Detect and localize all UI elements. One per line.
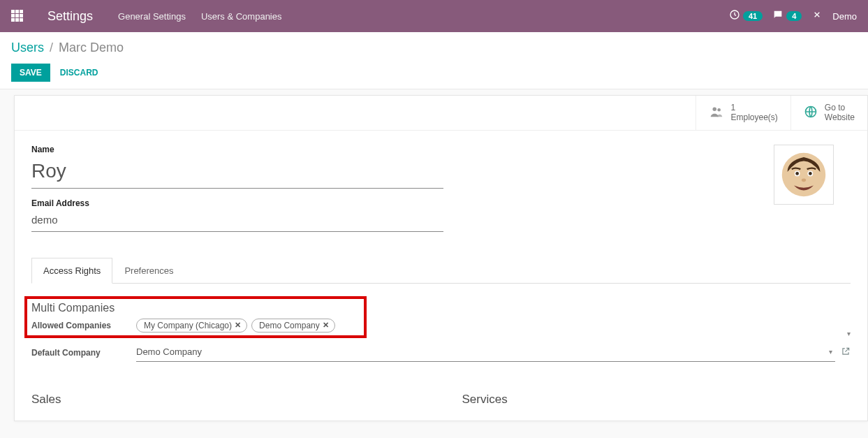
tag-remove-icon[interactable]: ✕ — [323, 321, 329, 330]
breadcrumb-current: Marc Demo — [59, 41, 124, 55]
name-label: Name — [31, 145, 443, 154]
discard-button[interactable]: DISCARD — [60, 68, 98, 78]
user-menu[interactable]: Demo — [832, 11, 857, 22]
tag-company[interactable]: My Company (Chicago) ✕ — [136, 319, 247, 333]
default-company-value: Demo Company — [136, 346, 202, 357]
discuss-indicator[interactable]: 4 — [772, 9, 802, 23]
apps-icon[interactable] — [11, 10, 24, 22]
employees-count: 1 — [731, 103, 778, 112]
debug-icon[interactable] — [811, 9, 823, 23]
email-label: Email Address — [31, 198, 443, 208]
form-sheet: 1 Employee(s) Go to Website Name — [14, 95, 868, 421]
svg-point-2 — [717, 108, 721, 112]
chevron-down-icon[interactable]: ▾ — [847, 330, 851, 337]
activity-badge: 41 — [743, 11, 763, 21]
goto-label-2: Website — [825, 112, 855, 122]
section-multi-companies: Multi Companies — [31, 302, 360, 314]
nav-users-companies[interactable]: Users & Companies — [201, 11, 282, 22]
breadcrumb: Users / Marc Demo — [11, 41, 857, 55]
breadcrumb-root[interactable]: Users — [11, 41, 44, 55]
employees-label: Employee(s) — [731, 112, 778, 122]
avatar[interactable] — [774, 145, 834, 205]
form-tabs: Access Rights Preferences — [31, 257, 851, 284]
allowed-companies-label: Allowed Companies — [31, 321, 136, 330]
users-icon — [709, 104, 724, 122]
svg-point-1 — [712, 107, 716, 111]
control-panel: Users / Marc Demo SAVE DISCARD — [0, 32, 868, 89]
app-brand: Settings — [47, 9, 93, 24]
goto-label-1: Go to — [825, 103, 855, 112]
email-input[interactable] — [31, 211, 443, 232]
tag-remove-icon[interactable]: ✕ — [235, 321, 241, 330]
default-company-select[interactable]: Demo Company ▾ — [136, 344, 835, 362]
chat-icon — [772, 9, 784, 23]
tag-company[interactable]: Demo Company ✕ — [251, 319, 335, 333]
name-input[interactable] — [31, 157, 443, 189]
activity-indicator[interactable]: 41 — [729, 9, 763, 23]
external-link-icon[interactable] — [841, 346, 851, 358]
allowed-companies-tags[interactable]: My Company (Chicago) ✕ Demo Company ✕ — [136, 319, 360, 333]
clock-icon — [729, 9, 740, 23]
section-sales: Sales — [31, 393, 420, 407]
save-button[interactable]: SAVE — [11, 64, 50, 82]
nav-general-settings[interactable]: General Settings — [118, 11, 186, 22]
discuss-badge: 4 — [786, 11, 802, 21]
default-company-label: Default Company — [31, 348, 136, 358]
highlight-annotation: Multi Companies Allowed Companies My Com… — [24, 296, 367, 338]
stat-website[interactable]: Go to Website — [790, 96, 867, 130]
tag-label: My Company (Chicago) — [144, 321, 232, 330]
section-services: Services — [462, 393, 851, 407]
svg-point-9 — [809, 172, 812, 175]
svg-point-10 — [802, 178, 806, 182]
tag-label: Demo Company — [259, 321, 320, 330]
svg-point-7 — [795, 172, 799, 175]
breadcrumb-sep: / — [50, 41, 53, 55]
top-navbar: Settings General Settings Users & Compan… — [0, 0, 868, 32]
tab-access-rights[interactable]: Access Rights — [31, 258, 112, 284]
chevron-down-icon: ▾ — [829, 348, 832, 356]
tab-preferences[interactable]: Preferences — [112, 258, 185, 284]
globe-icon — [804, 105, 818, 121]
stat-employees[interactable]: 1 Employee(s) — [696, 96, 790, 130]
